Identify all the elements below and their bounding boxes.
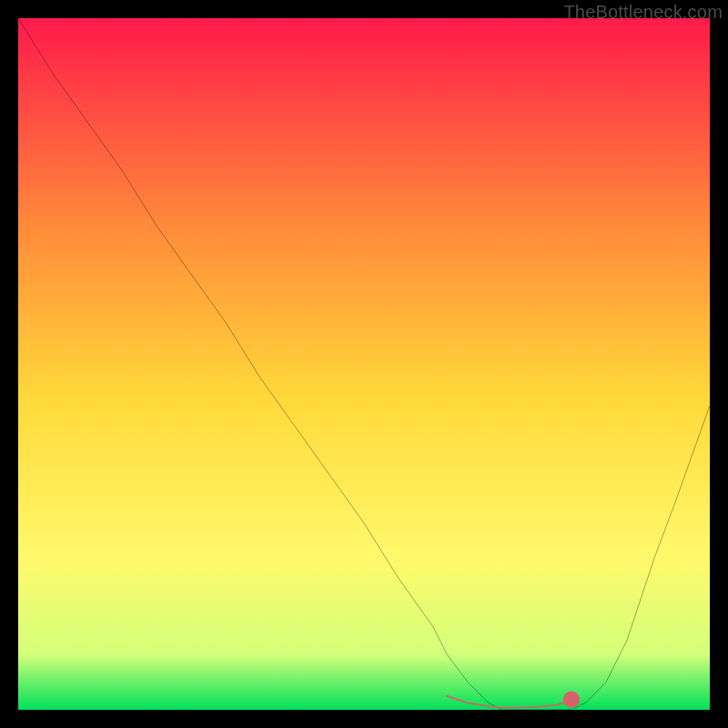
watermark-text: TheBottleneck.com [563, 2, 723, 23]
chart-svg [18, 18, 710, 710]
optimal-point-marker [563, 691, 580, 707]
optimal-band [447, 696, 571, 708]
chart-frame: TheBottleneck.com [0, 0, 728, 728]
bottleneck-curve [18, 18, 710, 710]
